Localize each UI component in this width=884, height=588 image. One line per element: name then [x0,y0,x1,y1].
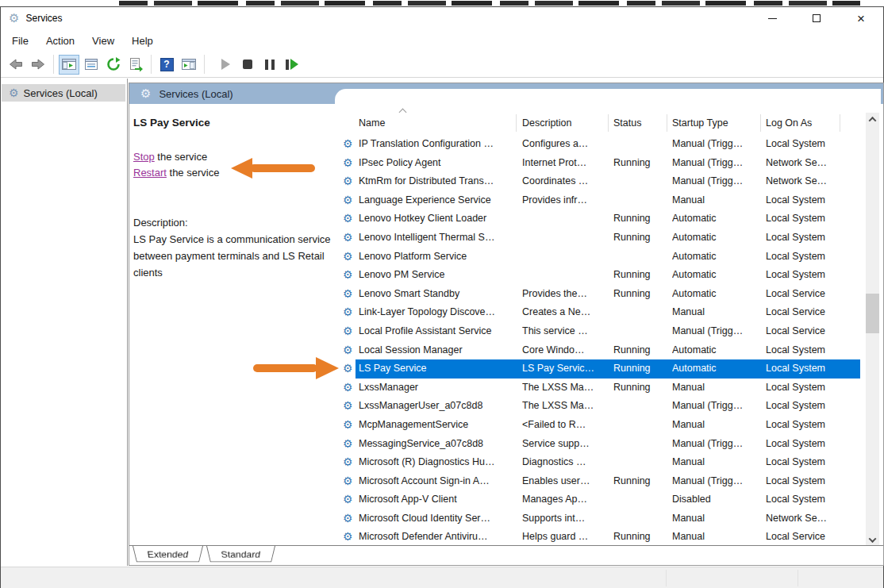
back-button[interactable] [6,55,26,75]
cell-logon-as: Local System [766,363,845,374]
table-row[interactable]: ⚙Microsoft App-V ClientManages Ap…Disabl… [335,490,881,509]
tree-item-services-local[interactable]: ⚙ Services (Local) [2,84,125,102]
cell-description: LS Pay Servic… [522,363,606,374]
table-row[interactable]: ⚙Lenovo Smart StandbyProvides the…Runnin… [335,285,881,304]
service-gear-icon: ⚙ [343,418,353,431]
restart-service-button[interactable] [282,55,302,75]
table-row[interactable]: ⚙Lenovo Intelligent Thermal S…RunningAut… [335,229,881,248]
cell-logon-as: Local Service [766,325,845,336]
table-row[interactable]: ⚙Microsoft Defender Antiviru…Helps guard… [335,528,881,547]
cell-startup-type: Manual [672,513,759,524]
cell-status: Running [613,213,663,224]
cell-status: Running [613,344,663,355]
pause-service-button[interactable] [259,55,280,75]
column-header-startup-type[interactable]: Startup Type [672,117,728,129]
statusbar-divider [798,570,798,586]
cell-name: Microsoft Account Sign-in A… [359,475,514,486]
service-gear-icon: ⚙ [343,268,353,281]
table-row[interactable]: ⚙Language Experience ServiceProvides inf… [335,191,881,210]
menu-view[interactable]: View [85,32,121,50]
table-row[interactable]: ⚙LS Pay ServiceLS Pay Servic…RunningAuto… [335,359,881,379]
service-gear-icon: ⚙ [343,512,353,525]
maximize-button[interactable] [794,7,839,29]
column-divider[interactable] [516,114,517,132]
cell-logon-as: Local System [766,232,845,243]
menu-file[interactable]: File [5,32,36,50]
close-button[interactable]: × [839,7,883,29]
column-divider[interactable] [667,114,667,132]
table-row[interactable]: ⚙Lenovo PM ServiceRunningAutomaticLocal … [335,266,881,285]
export-list-button[interactable] [125,55,146,75]
cell-description: Helps guard … [522,531,606,542]
menu-help[interactable]: Help [125,32,160,50]
cell-logon-as: Local System [766,251,845,262]
table-row[interactable]: ⚙Microsoft Cloud Identity Ser…Supports i… [335,509,881,528]
services-gear-icon: ⚙ [9,11,19,25]
table-row[interactable]: ⚙Link-Layer Topology Discove…Creates a N… [335,303,881,322]
cell-name: IP Translation Configuration … [359,138,514,149]
column-header-status[interactable]: Status [613,117,641,129]
forward-icon [30,56,46,72]
table-row[interactable]: ⚙IP Translation Configuration …Configure… [335,135,881,154]
tab-extended[interactable]: Extended [133,546,203,562]
help-button[interactable]: ? [156,55,177,75]
menu-action[interactable]: Action [39,32,82,50]
chevron-up-icon [869,117,877,125]
scroll-up-button[interactable] [866,113,879,126]
cell-logon-as: Local System [766,269,845,280]
column-header-description[interactable]: Description [522,117,572,129]
service-gear-icon: ⚙ [343,175,353,187]
table-row[interactable]: ⚙Local Session ManagerCore Windo…Running… [335,341,881,360]
table-row[interactable]: ⚙Microsoft (R) Diagnostics Hu…Diagnostic… [335,453,881,472]
restart-service-link[interactable]: Restart [133,167,167,179]
window-title: Services [25,13,62,24]
table-row[interactable]: ⚙LxssManagerUser_a07c8d8The LXSS Ma…Manu… [335,397,881,416]
stop-service-button[interactable] [237,55,258,75]
column-header-name[interactable]: Name [359,117,385,129]
refresh-button[interactable] [103,55,124,75]
table-row[interactable]: ⚙Lenovo Hotkey Client LoaderRunningAutom… [335,209,881,229]
table-row[interactable]: ⚙LxssManagerThe LXSS Ma…RunningManualLoc… [335,379,881,398]
show-console-tree-button[interactable] [59,55,79,75]
table-row[interactable]: ⚙Microsoft Account Sign-in A…Enables use… [335,472,881,491]
cell-description: The LXSS Ma… [522,400,606,411]
table-row[interactable]: ⚙KtmRm for Distributed Trans…Coordinates… [335,172,881,191]
column-header-logon-as[interactable]: Log On As [766,117,812,129]
scrollbar-thumb[interactable] [866,294,879,333]
forward-button[interactable] [28,55,48,75]
cell-description: The LXSS Ma… [522,382,606,393]
tab-standard[interactable]: Standard [206,546,275,562]
cell-startup-type: Manual (Trigg… [672,400,759,411]
cell-startup-type: Manual (Trigg… [672,438,759,449]
background-text-strip [0,0,884,6]
stop-service-link[interactable]: Stop [133,151,155,163]
table-row[interactable]: ⚙IPsec Policy AgentInternet Prot…Running… [335,154,881,173]
vertical-scrollbar[interactable] [866,113,879,547]
cell-startup-type: Manual [672,531,759,542]
cell-name: LxssManager [359,382,514,393]
cell-logon-as: Local System [766,400,845,411]
start-service-button[interactable] [215,55,236,75]
column-divider[interactable] [608,114,609,132]
column-divider[interactable] [760,114,761,132]
services-gear-icon: ⚙ [9,86,19,99]
cell-startup-type: Automatic [672,251,759,262]
cell-logon-as: Local System [766,475,845,486]
cell-startup-type: Manual (Trigg… [672,175,759,186]
cell-logon-as: Network Se… [766,513,845,524]
table-row[interactable]: ⚙Local Profile Assistant ServiceThis ser… [335,322,881,341]
status-bar [1,567,883,588]
table-row[interactable]: ⚙McpManagementService<Failed to R…Manual… [335,416,881,435]
table-row[interactable]: ⚙Lenovo Platform ServiceAutomaticLocal S… [335,248,881,267]
description-text: LS Pay Service is a communication servic… [133,231,333,281]
table-row[interactable]: ⚙MessagingService_a07c8d8Service supp…Ma… [335,435,881,454]
properties-button[interactable] [81,55,102,75]
minimize-button[interactable] [750,7,794,29]
cell-logon-as: Local System [766,438,845,449]
cell-description: Internet Prot… [522,157,606,168]
column-divider[interactable] [840,114,840,132]
show-action-pane-button[interactable] [179,55,199,75]
cell-logon-as: Local Service [766,531,845,542]
cell-logon-as: Local System [766,138,845,149]
cell-description: Enables user… [522,475,606,486]
